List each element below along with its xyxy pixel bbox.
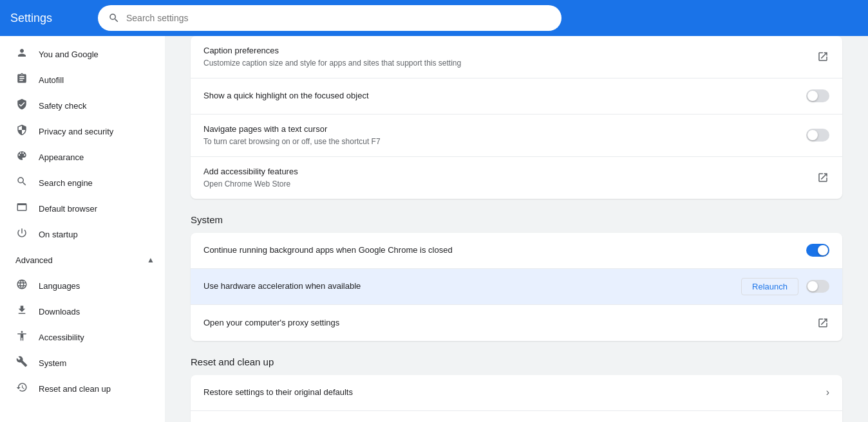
restore-settings-title: Restore settings to their original defau… <box>203 387 826 398</box>
wrench-icon <box>15 356 28 370</box>
clean-up-computer-row[interactable]: Clean up computer › <box>191 411 842 422</box>
sidebar-item-search-engine[interactable]: Search engine <box>0 170 165 196</box>
sidebar-item-label: On startup <box>39 230 78 239</box>
chevron-up-icon: ▲ <box>147 255 155 264</box>
globe-icon <box>15 279 28 293</box>
person-icon <box>15 47 28 61</box>
shield-outline-icon <box>15 124 28 138</box>
text-cursor-title: Navigate pages with a text cursor <box>203 124 806 135</box>
text-cursor-toggle[interactable] <box>806 129 829 142</box>
reset-section-title: Reset and clean up <box>191 356 842 367</box>
sidebar-item-label: Safety check <box>39 101 86 111</box>
toggle-knob <box>807 281 818 291</box>
hardware-acceleration-title: Use hardware acceleration when available <box>203 280 741 292</box>
hardware-acceleration-control: Relaunch <box>741 278 829 295</box>
add-accessibility-control <box>816 171 829 184</box>
sidebar-item-label: Default browser <box>39 204 97 214</box>
main-content: Caption preferences Customize caption si… <box>165 36 868 422</box>
sidebar-item-label: Privacy and security <box>39 127 113 136</box>
advanced-section-header[interactable]: Advanced ▲ <box>0 247 165 273</box>
caption-preferences-content: Caption preferences Customize caption si… <box>203 45 816 69</box>
reset-card: Restore settings to their original defau… <box>191 375 842 422</box>
caption-preferences-subtitle: Customize caption size and style for app… <box>203 58 816 69</box>
background-apps-toggle[interactable] <box>806 244 829 257</box>
restore-settings-row[interactable]: Restore settings to their original defau… <box>191 375 842 411</box>
add-accessibility-title: Add accessibility features <box>203 166 816 178</box>
quick-highlight-toggle[interactable] <box>806 89 829 102</box>
toggle-knob <box>807 91 818 101</box>
sidebar-item-label: Reset and clean up <box>39 384 111 394</box>
sidebar-item-reset[interactable]: Reset and clean up <box>0 376 165 401</box>
sidebar-item-accessibility[interactable]: Accessibility <box>0 324 165 350</box>
restore-settings-content: Restore settings to their original defau… <box>203 387 826 398</box>
sidebar-item-label: Accessibility <box>39 333 84 342</box>
sidebar-item-label: System <box>39 358 66 368</box>
sidebar-item-system[interactable]: System <box>0 350 165 376</box>
toggle-knob <box>807 130 818 140</box>
caption-preferences-control <box>816 50 829 63</box>
settings-title: Settings <box>10 12 88 25</box>
proxy-settings-row[interactable]: Open your computer's proxy settings <box>191 305 842 341</box>
history-icon <box>15 381 28 396</box>
text-cursor-subtitle: To turn caret browsing on or off, use th… <box>203 136 806 147</box>
external-link-icon <box>816 171 829 184</box>
chevron-right-icon: › <box>826 387 829 398</box>
background-apps-control <box>806 244 829 257</box>
text-cursor-row[interactable]: Navigate pages with a text cursor To tur… <box>191 115 842 157</box>
text-cursor-control <box>806 129 829 142</box>
hardware-acceleration-content: Use hardware acceleration when available <box>203 280 741 292</box>
external-link-icon <box>816 316 829 329</box>
sidebar-item-label: Downloads <box>39 307 80 316</box>
download-icon <box>15 304 28 318</box>
assignment-icon <box>15 73 28 87</box>
sidebar-item-label: You and Google <box>39 50 99 59</box>
layout: You and Google Autofill Safety check Pri… <box>0 36 868 422</box>
external-link-icon <box>816 50 829 63</box>
background-apps-row[interactable]: Continue running background apps when Go… <box>191 233 842 269</box>
add-accessibility-row[interactable]: Add accessibility features Open Chrome W… <box>191 157 842 199</box>
proxy-settings-control <box>816 316 829 329</box>
add-accessibility-subtitle: Open Chrome Web Store <box>203 179 816 190</box>
sidebar-item-languages[interactable]: Languages <box>0 273 165 298</box>
sidebar-item-privacy[interactable]: Privacy and security <box>0 118 165 144</box>
accessibility-card: Caption preferences Customize caption si… <box>191 36 842 199</box>
advanced-label: Advanced <box>15 255 53 265</box>
search-input[interactable] <box>126 13 551 23</box>
proxy-settings-title: Open your computer's proxy settings <box>203 317 816 329</box>
search-icon <box>108 12 120 24</box>
hardware-acceleration-row[interactable]: Use hardware acceleration when available… <box>191 269 842 305</box>
sidebar-item-safety-check[interactable]: Safety check <box>0 93 165 118</box>
text-cursor-content: Navigate pages with a text cursor To tur… <box>203 124 806 147</box>
search-bar[interactable] <box>98 5 561 31</box>
quick-highlight-row[interactable]: Show a quick highlight on the focused ob… <box>191 78 842 115</box>
header: Settings <box>0 0 868 36</box>
sidebar-item-appearance[interactable]: Appearance <box>0 144 165 170</box>
sidebar-item-you-and-google[interactable]: You and Google <box>0 41 165 67</box>
sidebar-item-on-startup[interactable]: On startup <box>0 221 165 247</box>
quick-highlight-control <box>806 89 829 102</box>
sidebar-item-downloads[interactable]: Downloads <box>0 298 165 324</box>
sidebar-item-label: Appearance <box>39 152 84 162</box>
background-apps-title: Continue running background apps when Go… <box>203 244 806 256</box>
browser-icon <box>15 201 28 216</box>
add-accessibility-content: Add accessibility features Open Chrome W… <box>203 166 816 190</box>
system-section-title: System <box>191 214 842 225</box>
sidebar-item-label: Languages <box>39 281 80 291</box>
search-icon <box>15 176 28 190</box>
sidebar-item-label: Autofill <box>39 75 64 85</box>
palette-icon <box>15 150 28 164</box>
sidebar-item-default-browser[interactable]: Default browser <box>0 196 165 221</box>
power-icon <box>15 227 28 241</box>
accessibility-icon <box>15 330 28 344</box>
relaunch-button[interactable]: Relaunch <box>741 278 798 295</box>
caption-preferences-title: Caption preferences <box>203 45 816 57</box>
proxy-settings-content: Open your computer's proxy settings <box>203 317 816 329</box>
sidebar-item-autofill[interactable]: Autofill <box>0 67 165 93</box>
system-card: Continue running background apps when Go… <box>191 233 842 341</box>
sidebar-item-label: Search engine <box>39 178 93 188</box>
caption-preferences-row[interactable]: Caption preferences Customize caption si… <box>191 36 842 78</box>
toggle-knob <box>818 245 828 255</box>
quick-highlight-content: Show a quick highlight on the focused ob… <box>203 90 806 102</box>
background-apps-content: Continue running background apps when Go… <box>203 244 806 256</box>
hardware-acceleration-toggle[interactable] <box>806 280 829 293</box>
